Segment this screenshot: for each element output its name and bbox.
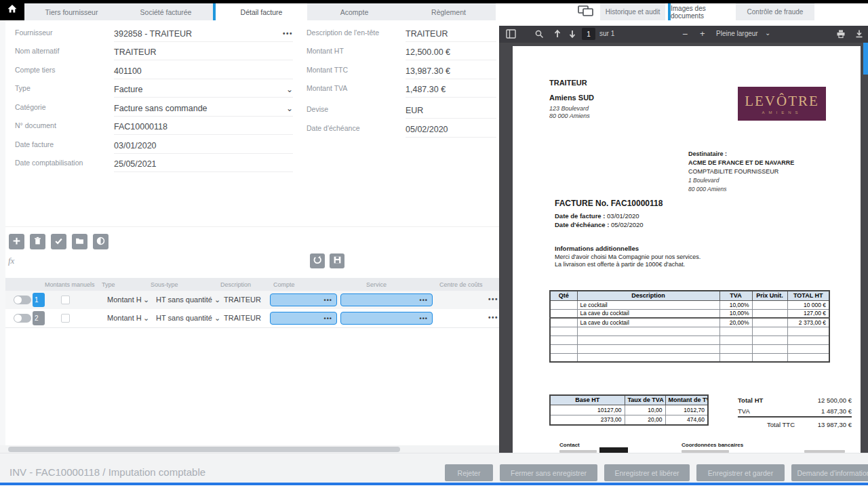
row2-montants-manuels-checkbox[interactable] <box>61 314 70 323</box>
invoice-due-line: Date d'échéance : 05/02/2020 <box>555 221 644 228</box>
tab-historique-audit[interactable]: Historique et audit <box>600 3 665 20</box>
item-row-empty <box>550 327 829 336</box>
col-montants-manuels: Montants manuels <box>45 281 95 288</box>
row1-number-badge[interactable]: 1 <box>33 293 45 307</box>
row1-service-dots-icon: ••• <box>420 297 428 304</box>
dual-screen-icon[interactable] <box>578 5 594 20</box>
label-date-facture: Date facture <box>15 140 54 148</box>
field-montant-ht[interactable]: 12,500.00 € <box>406 44 496 60</box>
rejeter-button[interactable]: Rejeter <box>445 464 493 481</box>
grid-row-1[interactable]: 1 Montant H ⌄ HT sans quantité ⌄ TRAITEU… <box>5 291 502 310</box>
field-type-value: Facture <box>114 85 142 94</box>
row2-toggle[interactable] <box>14 314 31 323</box>
pdf-search-icon[interactable] <box>534 29 544 40</box>
pdf-zoom-out-button[interactable]: − <box>682 28 688 39</box>
field-devise-value: EUR <box>406 106 423 115</box>
pdf-zoom-in-button[interactable]: + <box>700 28 705 39</box>
pdf-print-icon[interactable] <box>836 29 846 40</box>
validate-button[interactable] <box>51 234 66 249</box>
folder-button[interactable] <box>72 234 87 249</box>
items-col-description: Description <box>577 291 719 300</box>
field-devise[interactable]: EUR <box>406 102 496 119</box>
pdf-prev-page-icon[interactable] <box>553 29 561 40</box>
field-date-comptabilisation[interactable]: 25/05/2021 <box>114 156 293 172</box>
field-montant-tva-value: 1,487.30 € <box>406 85 446 94</box>
invoice-supplier-address1: 123 Boulevard <box>549 105 589 112</box>
field-compte-tiers[interactable]: 401100 <box>114 63 293 79</box>
row1-service-lookup[interactable]: ••• <box>340 293 433 306</box>
row2-compte-lookup[interactable]: ••• <box>270 312 337 325</box>
add-line-button[interactable] <box>9 234 24 249</box>
recipient-address2: 80 000 Amiens <box>688 186 726 192</box>
invoice-supplier-address2: 80 000 Amiens <box>549 113 590 119</box>
grid-row-2[interactable]: 2 Montant H ⌄ HT sans quantité ⌄ TRAITEU… <box>5 309 502 328</box>
row1-more-icon[interactable]: ••• <box>488 296 498 303</box>
type-chevron-down-icon[interactable]: ⌄ <box>286 85 293 94</box>
tab-acompte[interactable]: Acompte <box>307 3 401 20</box>
field-n-document[interactable]: FAC10000118 <box>114 119 293 135</box>
row2-number-badge[interactable]: 2 <box>33 311 45 325</box>
row2-type-chevron-icon[interactable]: ⌄ <box>143 314 149 323</box>
pdf-sidebar-toggle-icon[interactable] <box>506 29 516 40</box>
row2-soustype-select[interactable]: HT sans quantité <box>156 314 212 322</box>
field-type[interactable]: Facture ⌄ <box>114 81 293 98</box>
row1-description[interactable]: TRAITEUR <box>224 296 261 304</box>
undo-button[interactable] <box>310 253 325 268</box>
breadcrumb: INV - FAC10000118 / Imputation comptable <box>9 466 205 478</box>
home-button[interactable] <box>0 0 24 20</box>
field-montant-tva[interactable]: 1,487.30 € <box>406 81 496 98</box>
check-icon <box>54 236 63 248</box>
enregistrer-et-liberer-button[interactable]: Enregistrer et libérer <box>604 464 690 481</box>
bottom-white-strip <box>0 485 868 488</box>
invoice-supplier-site: Amiens SUD <box>549 94 594 102</box>
row2-description[interactable]: TRAITEUR <box>224 314 261 322</box>
row1-compte-lookup[interactable]: ••• <box>270 293 337 306</box>
save-line-button[interactable] <box>330 253 344 268</box>
label-type: Type <box>15 84 31 92</box>
tab-controle-fraude[interactable]: Contrôle de fraude <box>736 3 814 20</box>
demande-information-button[interactable]: Demande d'information <box>791 464 868 481</box>
enregistrer-et-garder-button[interactable]: Enregistrer et garder <box>696 464 785 481</box>
tab-reglement[interactable]: Règlement <box>401 3 496 20</box>
categorie-chevron-down-icon[interactable]: ⌄ <box>286 104 293 113</box>
field-description-entete[interactable]: TRAITEUR <box>406 26 496 42</box>
field-montant-ttc-value: 13,987.30 € <box>406 66 450 76</box>
invoice-page: TRAITEUR Amiens SUD 123 Boulevard 80 000… <box>513 46 861 453</box>
row1-type-chevron-icon[interactable]: ⌄ <box>143 296 149 304</box>
row1-toggle[interactable] <box>14 296 31 304</box>
delete-line-button[interactable] <box>30 234 45 249</box>
field-nom-alternatif[interactable]: TRAITEUR <box>114 44 293 60</box>
field-categorie[interactable]: Facture sans commande ⌄ <box>114 100 293 117</box>
field-date-facture[interactable]: 03/01/2020 <box>114 138 293 154</box>
row1-soustype-select[interactable]: HT sans quantité <box>156 296 212 304</box>
pdf-next-page-icon[interactable] <box>568 29 576 40</box>
fermer-sans-enregistrer-button[interactable]: Fermer sans enregistrer <box>500 464 597 481</box>
grid-hscrollbar-thumb[interactable] <box>8 447 400 452</box>
invoice-supplier-name: TRAITEUR <box>549 79 587 87</box>
fournisseur-lookup-icon[interactable]: ••• <box>283 30 293 37</box>
tva-header-row: Base HT Taux de TVA Montant de TVA <box>550 395 708 405</box>
pdf-page-input[interactable]: 1 <box>582 28 595 40</box>
split-button[interactable] <box>93 234 108 249</box>
pdf-download-icon[interactable] <box>854 29 864 40</box>
row1-montants-manuels-checkbox[interactable] <box>61 296 70 304</box>
field-fournisseur[interactable]: 392858 - TRAITEUR ••• <box>114 26 293 42</box>
pdf-vscrollbar-thumb[interactable] <box>863 43 868 75</box>
row1-soustype-chevron-icon[interactable]: ⌄ <box>214 296 220 304</box>
pdf-zoom-select[interactable]: Pleine largeur <box>716 30 758 37</box>
field-montant-ttc[interactable]: 13,987.30 € <box>406 63 496 79</box>
tab-images-documents[interactable]: Images des documents <box>668 3 734 20</box>
row2-service-lookup[interactable]: ••• <box>340 312 433 325</box>
tab-tiers-fournisseur[interactable]: Tiers fournisseur <box>24 3 119 20</box>
tab-societe-facturee[interactable]: Société facturée <box>119 3 213 20</box>
total-ht-value: 12 500,00 € <box>818 396 852 404</box>
pdf-top-gap <box>499 20 868 26</box>
field-date-echeance[interactable]: 05/02/2020 <box>406 121 496 138</box>
row2-more-icon[interactable]: ••• <box>488 314 498 321</box>
row2-soustype-chevron-icon[interactable]: ⌄ <box>214 314 220 323</box>
row1-type-select[interactable]: Montant H <box>107 296 142 304</box>
tab-detail-facture[interactable]: Détail facture <box>213 3 307 20</box>
pdf-zoom-chevron-icon[interactable]: ⌄ <box>765 29 770 37</box>
logo-text: LEVÔTRE <box>745 93 819 110</box>
row2-type-select[interactable]: Montant H <box>107 314 142 322</box>
